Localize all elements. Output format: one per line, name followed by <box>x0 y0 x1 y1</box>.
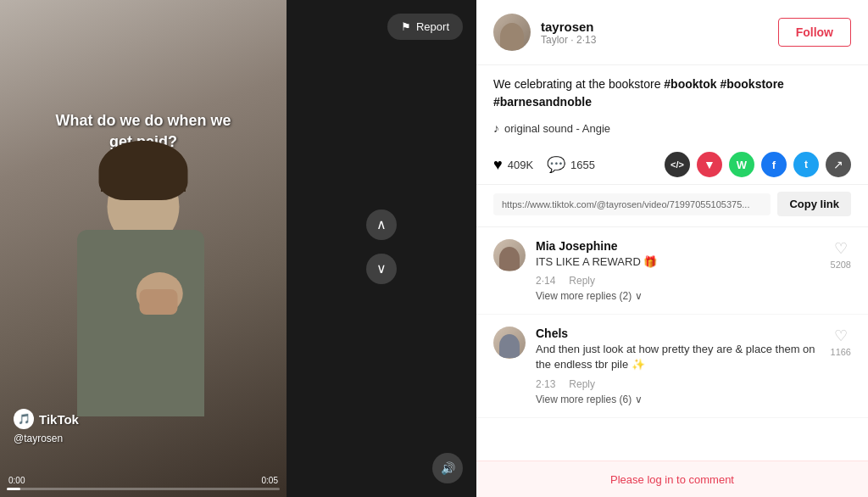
facebook-share-button[interactable]: f <box>761 152 787 177</box>
twitter-share-button[interactable]: t <box>793 152 819 177</box>
post-link-url: https://www.tiktok.com/@tayrosen/video/7… <box>493 193 771 215</box>
like-action[interactable]: ♥ 409K <box>493 156 533 174</box>
report-button[interactable]: ⚑ Report <box>387 14 463 40</box>
view-replies-text-1: View more replies (2) <box>536 290 632 302</box>
whatsapp-icon: W <box>737 159 747 171</box>
comment-date-2: 2·13 <box>536 378 555 390</box>
link-row: https://www.tiktok.com/@tayrosen/video/7… <box>476 185 868 227</box>
volume-button[interactable]: 🔊 <box>432 453 463 483</box>
comment-like-1: ♡ 5208 <box>831 239 851 270</box>
video-panel: What do we do when we get paid? 🎵 TikTok… <box>0 0 287 497</box>
commenter-avatar-1 <box>493 239 526 271</box>
comment-content-2: Chels And then just look at how pretty t… <box>536 327 821 405</box>
post-author: tayrosen Taylor · 2·13 <box>493 14 596 51</box>
author-avatar <box>493 14 531 51</box>
video-time-total: 0:05 <box>262 476 278 485</box>
reply-link-1[interactable]: Reply <box>569 275 595 287</box>
comment-meta-1: 2·14 Reply <box>536 275 821 287</box>
tiktok-username: @tayrosen <box>14 433 63 444</box>
facebook-icon: f <box>772 159 776 171</box>
middle-panel: ⚑ Report ∧ ∨ 🔊 <box>287 0 476 497</box>
video-progress-bar[interactable] <box>7 488 280 490</box>
comment-like-count-1: 5208 <box>831 260 851 270</box>
chevron-down-icon: ∨ <box>376 260 387 276</box>
more-share-button[interactable]: ↗ <box>826 152 851 177</box>
report-label: Report <box>416 20 449 33</box>
chevron-replies-1: ∨ <box>635 290 643 302</box>
tiktok-logo: 🎵 TikTok <box>14 409 79 429</box>
comment-text-1: ITS LIKE A REWARD 🎁 <box>536 254 821 270</box>
post-sound: ♪ original sound - Angie <box>476 118 868 145</box>
comment-icon: 💬 <box>547 155 565 174</box>
twitter-icon: t <box>804 159 808 170</box>
comment-item-2: Chels And then just look at how pretty t… <box>476 315 868 417</box>
login-to-comment[interactable]: Please log in to comment <box>610 473 734 486</box>
comment-heart-icon-2[interactable]: ♡ <box>834 327 848 345</box>
view-replies-2[interactable]: View more replies (6) ∨ <box>536 394 821 405</box>
tiktok-icon: 🎵 <box>14 409 34 429</box>
comment-content-1: Mia Josephine ITS LIKE A REWARD 🎁 2·14 R… <box>536 239 821 302</box>
comment-heart-icon-1[interactable]: ♡ <box>834 239 848 258</box>
like-count: 409K <box>508 159 533 171</box>
commenter-name-1: Mia Josephine <box>536 239 821 253</box>
heart-icon: ♥ <box>493 156 503 174</box>
login-bar: Please log in to comment <box>476 461 868 497</box>
comment-meta-2: 2·13 Reply <box>536 378 821 390</box>
chevron-up-icon: ∧ <box>376 216 387 232</box>
commenter-name-2: Chels <box>536 327 821 340</box>
comment-date-1: 2·14 <box>536 275 555 287</box>
code-icon: </> <box>670 159 684 170</box>
post-header: tayrosen Taylor · 2·13 Follow <box>476 0 868 65</box>
comment-item: Mia Josephine ITS LIKE A REWARD 🎁 2·14 R… <box>476 227 868 315</box>
music-note-icon: ♪ <box>493 121 499 135</box>
nav-arrows: ∧ ∨ <box>366 209 397 284</box>
copy-link-button[interactable]: Copy link <box>777 192 851 216</box>
sound-label: original sound - Angie <box>504 122 610 135</box>
volume-icon: 🔊 <box>441 461 455 475</box>
caption-text: We celebrating at the bookstore <box>493 77 664 91</box>
comments-list: Mia Josephine ITS LIKE A REWARD 🎁 2·14 R… <box>476 227 868 461</box>
author-name[interactable]: tayrosen <box>541 20 596 34</box>
tiktok-share-icon: ▼ <box>704 158 715 171</box>
tiktok-label: TikTok <box>39 412 79 427</box>
view-replies-1[interactable]: View more replies (2) ∨ <box>536 290 821 302</box>
video-time-current: 0:00 <box>8 476 25 485</box>
author-info: tayrosen Taylor · 2·13 <box>541 20 596 46</box>
view-replies-text-2: View more replies (6) <box>536 394 632 405</box>
commenter-avatar-2 <box>493 327 526 359</box>
share-icons: </> ▼ W f t ↗ <box>665 152 851 177</box>
share-arrow-icon: ↗ <box>833 158 843 171</box>
nav-up-button[interactable]: ∧ <box>366 209 397 240</box>
reply-link-2[interactable]: Reply <box>569 378 595 390</box>
nav-down-button[interactable]: ∨ <box>366 254 397 284</box>
comment-action[interactable]: 💬 1655 <box>547 155 595 174</box>
tiktok-share-button[interactable]: ▼ <box>697 152 722 177</box>
comment-count: 1655 <box>570 159 595 171</box>
flag-icon: ⚑ <box>401 20 411 33</box>
embed-button[interactable]: </> <box>665 152 690 177</box>
video-progress-fill <box>7 488 20 490</box>
whatsapp-share-button[interactable]: W <box>729 152 754 177</box>
chevron-replies-2: ∨ <box>635 394 643 405</box>
action-group: ♥ 409K 💬 1655 <box>493 155 595 174</box>
post-caption: We celebrating at the bookstore #booktok… <box>476 65 868 118</box>
comment-text-2: And then just look at how pretty they ar… <box>536 342 821 372</box>
author-sub: Taylor · 2·13 <box>541 34 596 46</box>
follow-button[interactable]: Follow <box>778 18 851 47</box>
comment-like-2: ♡ 1166 <box>831 327 851 357</box>
actions-row: ♥ 409K 💬 1655 </> ▼ W f t <box>476 145 868 185</box>
comment-like-count-2: 1166 <box>831 347 851 357</box>
comments-panel: tayrosen Taylor · 2·13 Follow We celebra… <box>476 0 868 497</box>
